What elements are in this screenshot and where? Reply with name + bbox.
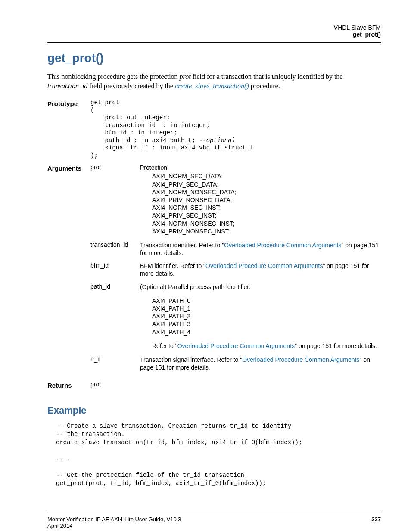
enum-value: AXI4_NORM_SEC_DATA; [152, 172, 381, 180]
page-title: get_prot() [47, 51, 381, 65]
code-line: signal tr_if : inout axi4_vhd_if_struct_… [90, 144, 253, 151]
overloaded-args-link[interactable]: Overloaded Procedure Common Arguments [224, 242, 341, 249]
footer-page-number: 227 [371, 516, 381, 523]
code-line: get_prot [90, 99, 119, 106]
code-line: ( [90, 107, 94, 114]
enum-value: AXI4_PRIV_NONSEC_INST; [152, 227, 381, 235]
desc-text: Transaction signal interface. Refer to " [140, 356, 242, 363]
enum-value: AXI4_PATH_2 [152, 312, 381, 320]
enum-value: AXI4_PATH_1 [152, 305, 381, 312]
prototype-label: Prototype [47, 99, 90, 164]
arg-desc-prot: Protection: AXI4_NORM_SEC_DATA; AXI4_PRI… [140, 164, 381, 241]
header-section: VHDL Slave BFM [47, 24, 381, 31]
arg-name-path-id: path_id [90, 283, 140, 356]
enum-value: AXI4_PRIV_SEC_INST; [152, 212, 381, 219]
arg-desc-header: Protection: [140, 164, 381, 171]
footer-guide-name: Mentor Verification IP AE AXI4-Lite User… [47, 516, 181, 523]
enum-value: AXI4_PATH_4 [152, 328, 381, 336]
arguments-label: Arguments [47, 164, 90, 381]
intro-text: This nonblocking procedure gets the prot… [47, 73, 180, 80]
overloaded-args-link[interactable]: Overloaded Procedure Common Arguments [206, 262, 323, 269]
overloaded-args-link[interactable]: Overloaded Procedure Common Arguments [242, 356, 359, 363]
desc-text: BFM identifier. Refer to " [140, 262, 206, 269]
prototype-code: get_prot ( prot: out integer; transactio… [90, 99, 381, 159]
enum-value: AXI4_PATH_0 [152, 297, 381, 305]
arg-name-tr-if: tr_if [90, 356, 140, 376]
code-line: prot: out integer; [90, 114, 170, 121]
intro-paragraph: This nonblocking procedure gets the prot… [47, 72, 381, 90]
example-heading: Example [47, 405, 381, 416]
create-slave-transaction-link[interactable]: create_slave_transaction() [175, 82, 249, 90]
arg-name-transaction-id: transaction_id [90, 241, 140, 262]
returns-label: Returns [47, 381, 90, 397]
arg-desc-transaction-id: Transaction identifier. Refer to "Overlo… [140, 241, 381, 262]
enum-value: AXI4_NORM_NONSEC_DATA; [152, 188, 381, 196]
code-line: bfm_id : in integer; [90, 129, 177, 136]
code-line: path_id : in axi4_path_t; [90, 137, 199, 144]
intro-text: field previously created by the [87, 82, 175, 90]
page-header: VHDL Slave BFM get_prot() [47, 24, 381, 38]
code-comment: --optional [199, 137, 235, 144]
intro-text: field for a transaction that is uniquely… [191, 73, 343, 80]
enum-value: AXI4_NORM_NONSEC_INST; [152, 220, 381, 227]
page-footer: Mentor Verification IP AE AXI4-Lite User… [47, 513, 381, 529]
arg-desc-bfm-id: BFM identifier. Refer to "Overloaded Pro… [140, 262, 381, 283]
desc-text: Transaction identifier. Refer to " [140, 242, 224, 249]
code-line: ); [90, 152, 98, 159]
enum-value: AXI4_PRIV_NONSEC_DATA; [152, 196, 381, 204]
desc-text: Refer to " [152, 342, 177, 349]
example-code-block: -- Create a slave transaction. Creation … [56, 422, 381, 487]
returns-value: prot [90, 381, 140, 393]
overloaded-args-link[interactable]: Overloaded Procedure Common Arguments [177, 342, 295, 349]
intro-term-tid: transaction_id [47, 82, 87, 90]
enum-value: AXI4_PATH_3 [152, 320, 381, 328]
footer-date: April 2014 [47, 523, 381, 529]
arg-name-bfm-id: bfm_id [90, 262, 140, 283]
intro-text: procedure. [249, 82, 280, 90]
code-line: transaction_id : in integer; [90, 122, 210, 129]
header-rule [47, 42, 381, 43]
footer-rule [47, 513, 381, 513]
arg-name-prot: prot [90, 164, 140, 241]
intro-term-prot: prot [180, 73, 191, 80]
enum-value: AXI4_NORM_SEC_INST; [152, 204, 381, 212]
header-topic: get_prot() [47, 31, 381, 38]
arg-desc-path-id: (Optional) Parallel process path identif… [140, 283, 381, 356]
enum-value: AXI4_PRIV_SEC_DATA; [152, 180, 381, 188]
arg-desc-tr-if: Transaction signal interface. Refer to "… [140, 356, 381, 376]
desc-text: " on page 151 for more details. [295, 342, 377, 349]
arg-desc-header: (Optional) Parallel process path identif… [140, 283, 381, 291]
